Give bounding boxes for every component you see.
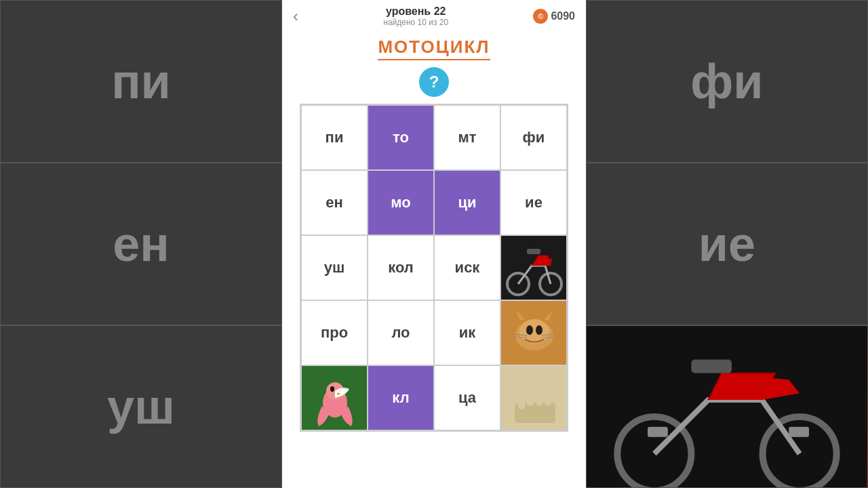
left-panel: пи ен уш [0, 0, 282, 488]
motorcycle-thumbnail [501, 235, 566, 300]
grid-cell-5-1-bird[interactable] [301, 365, 368, 430]
left-cell-2: ен [0, 163, 282, 325]
grid: пи то мт фи ен мо ци ие уш кол иск [300, 104, 568, 432]
svg-point-10 [536, 325, 542, 335]
grid-cell-2-2[interactable]: мо [368, 170, 434, 235]
right-panel: фи ие [586, 0, 868, 488]
bird-thumbnail [302, 365, 367, 430]
grid-cell-2-4[interactable]: ие [500, 170, 567, 235]
coins-display: © 6090 [533, 9, 575, 24]
motorcycle-large-image [587, 326, 867, 487]
right-cell-3-motorcycle [586, 325, 868, 488]
word-display: МОТОЦИКЛ [378, 37, 490, 60]
level-title: уровень 22 [386, 5, 446, 18]
grid-cell-1-1[interactable]: пи [301, 105, 368, 170]
grid-cell-5-2[interactable]: кл [368, 365, 434, 430]
main-panel: ‹ уровень 22 найдено 10 из 20 © 6090 МОТ… [282, 0, 586, 488]
svg-rect-22 [527, 382, 534, 406]
svg-rect-29 [648, 427, 668, 437]
svg-point-9 [526, 325, 533, 335]
help-button[interactable]: ? [419, 67, 449, 97]
grid-cell-4-2[interactable]: ло [368, 300, 434, 365]
header: ‹ уровень 22 найдено 10 из 20 © 6090 [282, 0, 586, 33]
grid-cell-4-3[interactable]: ик [434, 300, 500, 365]
grid-cell-3-4-motorcycle[interactable] [500, 235, 567, 300]
grid-cell-2-3[interactable]: ци [434, 170, 500, 235]
grid-cell-3-1[interactable]: уш [301, 235, 368, 300]
svg-rect-23 [536, 384, 542, 406]
hands-thumbnail [501, 365, 566, 430]
cat-thumbnail [501, 300, 566, 365]
grid-cell-5-4-hands[interactable] [500, 365, 567, 430]
grid-cell-4-4-cat[interactable] [500, 300, 567, 365]
svg-rect-28 [691, 360, 732, 373]
found-text: найдено 10 из 20 [383, 18, 448, 27]
left-cell-3: уш [0, 325, 282, 488]
grid-cell-1-3[interactable]: мт [434, 105, 500, 170]
grid-cell-5-3[interactable]: ца [434, 365, 500, 430]
coins-value: 6090 [551, 10, 575, 22]
back-button[interactable]: ‹ [293, 8, 298, 24]
svg-rect-3 [527, 249, 540, 254]
grid-cell-3-3[interactable]: иск [434, 235, 500, 300]
grid-cell-2-1[interactable]: ен [301, 170, 368, 235]
svg-rect-30 [789, 427, 809, 437]
svg-rect-21 [518, 386, 525, 409]
right-cell-2: ие [586, 163, 868, 325]
grid-cell-1-4[interactable]: фи [500, 105, 567, 170]
left-cell-1: пи [0, 0, 282, 163]
grid-cell-3-2[interactable]: кол [368, 235, 434, 300]
right-cell-1: фи [586, 0, 868, 163]
coin-icon: © [533, 9, 548, 24]
svg-point-6 [519, 319, 549, 344]
svg-point-18 [330, 386, 334, 392]
svg-rect-25 [587, 326, 867, 487]
grid-cell-1-2[interactable]: то [368, 105, 434, 170]
grid-cell-4-1[interactable]: про [301, 300, 368, 365]
header-center: уровень 22 найдено 10 из 20 [383, 5, 448, 27]
svg-rect-24 [545, 387, 551, 406]
